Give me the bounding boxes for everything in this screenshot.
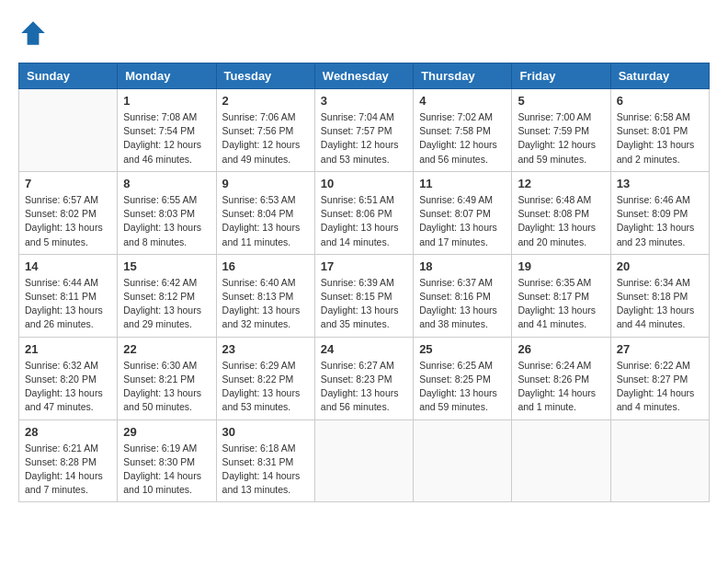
calendar-cell: 25Sunrise: 6:25 AM Sunset: 8:25 PM Dayli… [414,337,512,419]
day-number: 7 [25,177,111,190]
day-info: Sunrise: 6:32 AM Sunset: 8:20 PM Dayligh… [25,359,111,415]
calendar-week-4: 21Sunrise: 6:32 AM Sunset: 8:20 PM Dayli… [19,337,710,419]
svg-marker-0 [21,21,45,45]
calendar-cell: 5Sunrise: 7:00 AM Sunset: 7:59 PM Daylig… [512,89,610,172]
day-number: 22 [123,342,210,356]
day-number: 29 [123,425,210,439]
header [18,18,710,48]
day-info: Sunrise: 6:49 AM Sunset: 8:07 PM Dayligh… [419,193,506,249]
calendar-cell: 26Sunrise: 6:24 AM Sunset: 8:26 PM Dayli… [512,337,610,419]
day-info: Sunrise: 6:27 AM Sunset: 8:23 PM Dayligh… [321,359,407,415]
calendar-cell: 24Sunrise: 6:27 AM Sunset: 8:23 PM Dayli… [314,337,413,419]
calendar-cell: 20Sunrise: 6:34 AM Sunset: 8:18 PM Dayli… [610,254,709,337]
day-info: Sunrise: 6:51 AM Sunset: 8:06 PM Dayligh… [321,193,407,249]
calendar-cell: 27Sunrise: 6:22 AM Sunset: 8:27 PM Dayli… [610,337,709,419]
calendar-week-5: 28Sunrise: 6:21 AM Sunset: 8:28 PM Dayli… [19,419,710,502]
day-info: Sunrise: 7:06 AM Sunset: 7:56 PM Dayligh… [222,110,309,167]
calendar-cell [19,89,118,172]
header-monday: Monday [118,63,216,89]
day-number: 19 [518,259,604,273]
calendar-week-3: 14Sunrise: 6:44 AM Sunset: 8:11 PM Dayli… [19,254,710,337]
calendar-header-row: SundayMondayTuesdayWednesdayThursdayFrid… [19,63,710,89]
day-number: 2 [222,94,309,108]
calendar: SundayMondayTuesdayWednesdayThursdayFrid… [18,63,710,502]
day-number: 14 [25,259,111,273]
day-info: Sunrise: 6:58 AM Sunset: 8:01 PM Dayligh… [617,110,703,167]
day-info: Sunrise: 6:34 AM Sunset: 8:18 PM Dayligh… [617,276,703,332]
day-number: 16 [222,259,309,273]
calendar-cell: 23Sunrise: 6:29 AM Sunset: 8:22 PM Dayli… [216,337,314,419]
day-info: Sunrise: 6:39 AM Sunset: 8:15 PM Dayligh… [321,276,407,332]
day-number: 25 [419,342,506,356]
header-sunday: Sunday [19,63,118,89]
day-info: Sunrise: 6:25 AM Sunset: 8:25 PM Dayligh… [419,359,506,415]
day-number: 21 [25,342,111,356]
day-number: 1 [123,94,210,108]
header-saturday: Saturday [610,63,709,89]
day-info: Sunrise: 7:00 AM Sunset: 7:59 PM Dayligh… [518,110,604,167]
calendar-cell: 3Sunrise: 7:04 AM Sunset: 7:57 PM Daylig… [314,89,413,172]
day-number: 18 [419,259,506,273]
day-info: Sunrise: 6:24 AM Sunset: 8:26 PM Dayligh… [518,359,604,415]
day-number: 20 [617,259,703,273]
calendar-cell: 14Sunrise: 6:44 AM Sunset: 8:11 PM Dayli… [19,254,118,337]
day-info: Sunrise: 6:37 AM Sunset: 8:16 PM Dayligh… [419,276,506,332]
day-number: 12 [518,177,604,190]
day-info: Sunrise: 6:44 AM Sunset: 8:11 PM Dayligh… [25,276,111,332]
day-info: Sunrise: 6:29 AM Sunset: 8:22 PM Dayligh… [222,359,309,415]
calendar-cell [414,419,512,502]
day-info: Sunrise: 6:19 AM Sunset: 8:30 PM Dayligh… [123,442,210,498]
calendar-cell: 21Sunrise: 6:32 AM Sunset: 8:20 PM Dayli… [19,337,118,419]
day-number: 24 [321,342,407,356]
day-number: 10 [321,177,407,190]
day-info: Sunrise: 6:40 AM Sunset: 8:13 PM Dayligh… [222,276,309,332]
calendar-cell: 10Sunrise: 6:51 AM Sunset: 8:06 PM Dayli… [314,171,413,254]
calendar-cell: 22Sunrise: 6:30 AM Sunset: 8:21 PM Dayli… [118,337,216,419]
calendar-cell: 18Sunrise: 6:37 AM Sunset: 8:16 PM Dayli… [414,254,512,337]
calendar-cell [610,419,709,502]
calendar-cell: 9Sunrise: 6:53 AM Sunset: 8:04 PM Daylig… [216,171,314,254]
calendar-cell: 30Sunrise: 6:18 AM Sunset: 8:31 PM Dayli… [216,419,314,502]
calendar-cell: 8Sunrise: 6:55 AM Sunset: 8:03 PM Daylig… [118,171,216,254]
calendar-cell: 6Sunrise: 6:58 AM Sunset: 8:01 PM Daylig… [610,89,709,172]
calendar-cell: 29Sunrise: 6:19 AM Sunset: 8:30 PM Dayli… [118,419,216,502]
calendar-cell: 16Sunrise: 6:40 AM Sunset: 8:13 PM Dayli… [216,254,314,337]
header-tuesday: Tuesday [216,63,314,89]
day-number: 3 [321,94,407,108]
calendar-cell: 1Sunrise: 7:08 AM Sunset: 7:54 PM Daylig… [118,89,216,172]
logo [18,18,53,48]
day-number: 5 [518,94,604,108]
day-number: 4 [419,94,506,108]
day-number: 13 [617,177,703,190]
calendar-cell: 7Sunrise: 6:57 AM Sunset: 8:02 PM Daylig… [19,171,118,254]
day-number: 30 [222,425,309,439]
day-info: Sunrise: 6:48 AM Sunset: 8:08 PM Dayligh… [518,193,604,249]
day-number: 15 [123,259,210,273]
day-info: Sunrise: 6:46 AM Sunset: 8:09 PM Dayligh… [617,193,703,249]
day-info: Sunrise: 6:18 AM Sunset: 8:31 PM Dayligh… [222,442,309,498]
day-info: Sunrise: 6:55 AM Sunset: 8:03 PM Dayligh… [123,193,210,249]
calendar-week-1: 1Sunrise: 7:08 AM Sunset: 7:54 PM Daylig… [19,89,710,172]
day-info: Sunrise: 6:22 AM Sunset: 8:27 PM Dayligh… [617,359,703,415]
calendar-cell [314,419,413,502]
day-number: 23 [222,342,309,356]
day-number: 17 [321,259,407,273]
day-info: Sunrise: 7:04 AM Sunset: 7:57 PM Dayligh… [321,110,407,167]
day-number: 28 [25,425,111,439]
day-info: Sunrise: 6:42 AM Sunset: 8:12 PM Dayligh… [123,276,210,332]
day-number: 27 [617,342,703,356]
day-number: 26 [518,342,604,356]
day-info: Sunrise: 6:53 AM Sunset: 8:04 PM Dayligh… [222,193,309,249]
day-number: 11 [419,177,506,190]
day-info: Sunrise: 6:35 AM Sunset: 8:17 PM Dayligh… [518,276,604,332]
day-number: 9 [222,177,309,190]
day-info: Sunrise: 6:57 AM Sunset: 8:02 PM Dayligh… [25,193,111,249]
calendar-cell: 4Sunrise: 7:02 AM Sunset: 7:58 PM Daylig… [414,89,512,172]
day-info: Sunrise: 6:21 AM Sunset: 8:28 PM Dayligh… [25,442,111,498]
day-number: 6 [617,94,703,108]
header-wednesday: Wednesday [314,63,413,89]
day-number: 8 [123,177,210,190]
calendar-cell: 2Sunrise: 7:06 AM Sunset: 7:56 PM Daylig… [216,89,314,172]
calendar-cell: 17Sunrise: 6:39 AM Sunset: 8:15 PM Dayli… [314,254,413,337]
day-info: Sunrise: 7:02 AM Sunset: 7:58 PM Dayligh… [419,110,506,167]
